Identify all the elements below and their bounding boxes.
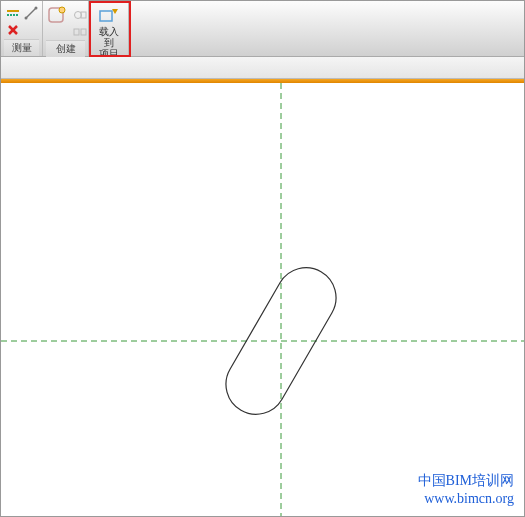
svg-point-6 [34,7,37,10]
load-into-project-icon [98,5,120,25]
svg-point-8 [59,7,65,13]
measure-tool-icon[interactable] [23,5,39,21]
component-icon [46,5,68,25]
svg-rect-12 [81,29,86,35]
delete-icon[interactable] [5,22,21,38]
svg-rect-11 [74,29,79,35]
svg-rect-13 [100,11,112,21]
ribbon-toolbar: 测量 创建 [1,1,524,57]
svg-line-4 [26,8,36,18]
tab-strip [1,57,524,79]
svg-point-9 [74,12,81,19]
aligned-dimension-icon[interactable] [5,5,21,21]
shape2-icon[interactable] [72,24,88,40]
ribbon-group-family-editor: 载入到 项目中 族编辑器 [89,1,129,56]
watermark: 中国BIM培训网 www.bimcn.org [418,472,514,508]
watermark-title: 中国BIM培训网 [418,472,514,490]
create-component-button[interactable] [44,3,70,25]
group-label-create: 创建 [46,40,85,57]
group-label-measure: 测量 [4,39,39,56]
shape1-icon[interactable] [72,7,88,23]
ribbon-group-create: 创建 [43,1,89,56]
ribbon-group-measure: 测量 [1,1,43,56]
drawing-canvas[interactable] [1,83,525,517]
canvas-svg [1,83,525,517]
watermark-url: www.bimcn.org [418,490,514,508]
svg-point-5 [24,17,27,20]
